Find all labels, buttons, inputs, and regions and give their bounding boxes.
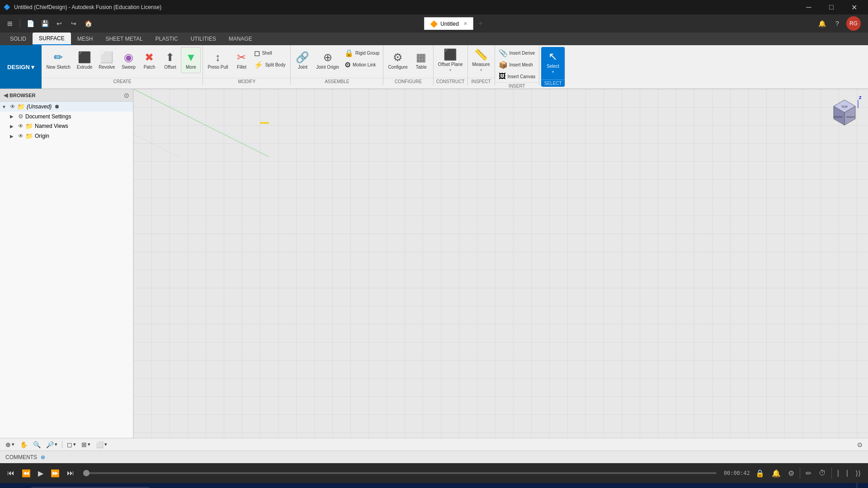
- comments-add-button[interactable]: ⊕: [41, 454, 45, 460]
- pan-tool[interactable]: ✋: [18, 439, 29, 450]
- tab-sheetmetal[interactable]: SHEET METAL: [99, 33, 149, 45]
- grid-menu-button[interactable]: ⊞: [4, 17, 16, 30]
- start-button[interactable]: [4, 483, 25, 488]
- maximize-button[interactable]: □: [821, 0, 842, 14]
- new-tab-button[interactable]: +: [475, 18, 486, 29]
- minimize-button[interactable]: ─: [798, 0, 819, 14]
- anim-bar-left[interactable]: |: [835, 468, 841, 478]
- timeline-thumb[interactable]: [83, 470, 90, 476]
- shell-button[interactable]: ◻ Shell: [252, 47, 288, 59]
- anim-next-button[interactable]: ⏩: [49, 467, 61, 479]
- fusion-taskbar-icon[interactable]: 🔶: [307, 483, 329, 488]
- revolve-button[interactable]: ⬜ Revolve: [96, 47, 118, 73]
- browser-root-item[interactable]: ▼ 👁 📁 (Unsaved): [0, 102, 133, 112]
- tab-solid[interactable]: SOLID: [4, 33, 33, 45]
- anim-last-button[interactable]: ⏭: [65, 467, 76, 479]
- insert-canvas-button[interactable]: 🖼 Insert Canvas: [497, 70, 538, 82]
- new-file-button[interactable]: 📄: [24, 17, 37, 30]
- clock-area[interactable]: 15:43 2024/11/09: [825, 483, 855, 488]
- insert-mesh-button[interactable]: 📦 Insert Mesh: [497, 59, 538, 70]
- anim-settings-button[interactable]: ⚙: [786, 468, 796, 479]
- rigid-group-button[interactable]: 🔒 Rigid Group: [343, 47, 381, 59]
- joint-origin-button[interactable]: ⊕ Joint Origin: [313, 47, 342, 73]
- tab-surface[interactable]: SURFACE: [33, 33, 71, 45]
- show-desktop-button[interactable]: [857, 483, 863, 488]
- anim-expand-button[interactable]: ⟩⟩: [854, 468, 863, 479]
- tab-utilities[interactable]: UTILITIES: [184, 33, 222, 45]
- table-button[interactable]: ▦ Table: [411, 47, 431, 73]
- fillet-button[interactable]: ✂ Fillet: [231, 47, 251, 73]
- help-button[interactable]: ?: [831, 17, 844, 30]
- zoom-fit-tool[interactable]: 🔍: [31, 439, 42, 450]
- notifications-button[interactable]: 🔔: [816, 17, 828, 30]
- joint-button[interactable]: 🔗 Joint: [292, 47, 312, 73]
- env-tool[interactable]: ⬜ ▾: [94, 439, 109, 450]
- anim-bell-button[interactable]: 🔔: [770, 468, 783, 479]
- anim-play-button[interactable]: ▶: [36, 467, 45, 479]
- home-button[interactable]: 🏠: [82, 17, 94, 30]
- timeline-track[interactable]: [83, 472, 717, 474]
- user-avatar[interactable]: RG: [846, 16, 861, 31]
- tab-plastic[interactable]: PLASTIC: [149, 33, 184, 45]
- browser-menu-button[interactable]: ⊙: [124, 92, 129, 99]
- tray-chevron[interactable]: ⬆: [742, 483, 752, 488]
- tray-raindrop[interactable]: 🌧: [754, 483, 764, 488]
- tray-sound[interactable]: 🔈: [766, 483, 778, 488]
- close-button[interactable]: ✕: [844, 0, 864, 14]
- inspect-section-body: 📏 Measure ▾: [468, 45, 495, 78]
- comments-bar: COMMENTS ⊕: [0, 450, 868, 463]
- viewport-right-icon[interactable]: ⊙: [855, 439, 864, 450]
- grid-tool[interactable]: ⊞ ▾: [80, 439, 92, 450]
- doc-tab-close-button[interactable]: ✕: [463, 21, 467, 27]
- sweep-button[interactable]: ◉ Sweep: [118, 47, 138, 73]
- document-tab[interactable]: 🔶 Untitled ✕: [424, 17, 473, 30]
- save-button[interactable]: 💾: [38, 17, 51, 30]
- app6-icon[interactable]: 💬: [264, 483, 286, 488]
- table-icon: ▦: [416, 51, 426, 64]
- anim-lock-button[interactable]: 🔒: [754, 468, 766, 479]
- patch-button[interactable]: ✖ Patch: [139, 47, 159, 73]
- tab-manage[interactable]: MANAGE: [222, 33, 259, 45]
- new-sketch-button[interactable]: ✏ New Sketch: [43, 47, 73, 73]
- select-button[interactable]: ↖ Select ▾: [543, 49, 563, 75]
- tray-notifications[interactable]: 🔔: [793, 483, 805, 488]
- new-sketch-label: New Sketch: [46, 65, 70, 70]
- revolve-label: Revolve: [99, 65, 115, 70]
- press-pull-button[interactable]: ↕ Press Pull: [205, 47, 231, 73]
- task-view-button[interactable]: ⧉: [156, 483, 177, 488]
- orbit-tool[interactable]: ⊕ ▾: [4, 439, 16, 450]
- redo-button[interactable]: ↪: [67, 17, 80, 30]
- viewport[interactable]: TOP RIGHT FRONT Z: [133, 89, 868, 438]
- split-body-button[interactable]: ⚡ Split Body: [252, 59, 288, 70]
- zoom-tool[interactable]: 🔎 ▾: [44, 439, 59, 450]
- motion-link-button[interactable]: ⚙ Motion Link: [343, 59, 381, 70]
- undo-button[interactable]: ↩: [53, 17, 66, 30]
- tab-mesh[interactable]: MESH: [71, 33, 99, 45]
- store-icon[interactable]: 🛍: [221, 483, 242, 488]
- browser-collapse-button[interactable]: ◀: [4, 92, 8, 99]
- tray-language[interactable]: ENG: [807, 483, 823, 488]
- browser-origin-item[interactable]: ▶ 👁 📁 Origin: [0, 131, 133, 141]
- anim-clock-button[interactable]: ⏱: [817, 468, 828, 478]
- offset-button[interactable]: ⬆ Offset: [160, 47, 180, 73]
- tray-network[interactable]: 🌐: [779, 483, 791, 488]
- chrome-icon[interactable]: [177, 483, 199, 488]
- view-cube[interactable]: TOP RIGHT FRONT Z: [826, 94, 863, 131]
- app5-icon[interactable]: 🎵: [242, 483, 264, 488]
- anim-pen-button[interactable]: ✏: [804, 468, 813, 479]
- display-mode-tool[interactable]: ◻ ▾: [65, 439, 78, 450]
- anim-prev-button[interactable]: ⏪: [20, 467, 33, 479]
- browser-named-views-item[interactable]: ▶ 👁 📁 Named Views: [0, 121, 133, 131]
- screen-recorder-icon[interactable]: 🎥: [286, 483, 307, 488]
- design-dropdown-button[interactable]: DESIGN ▾: [0, 45, 42, 89]
- configure-tool-button[interactable]: ⚙ Configure: [385, 47, 410, 73]
- offset-plane-button[interactable]: ⬛ Offset Plane ▾: [435, 47, 466, 73]
- file-explorer-icon[interactable]: 📁: [199, 483, 221, 488]
- extrude-button[interactable]: ⬛ Extrude: [74, 47, 95, 73]
- insert-derive-button[interactable]: 📎 Insert Derive: [497, 47, 538, 59]
- anim-bar-right[interactable]: |: [844, 468, 850, 478]
- measure-button[interactable]: 📏 Measure ▾: [470, 47, 493, 73]
- browser-document-settings-item[interactable]: ▶ ⚙ Document Settings: [0, 112, 133, 121]
- create-more-button[interactable]: ▼ More: [181, 47, 201, 73]
- anim-first-button[interactable]: ⏮: [5, 467, 16, 479]
